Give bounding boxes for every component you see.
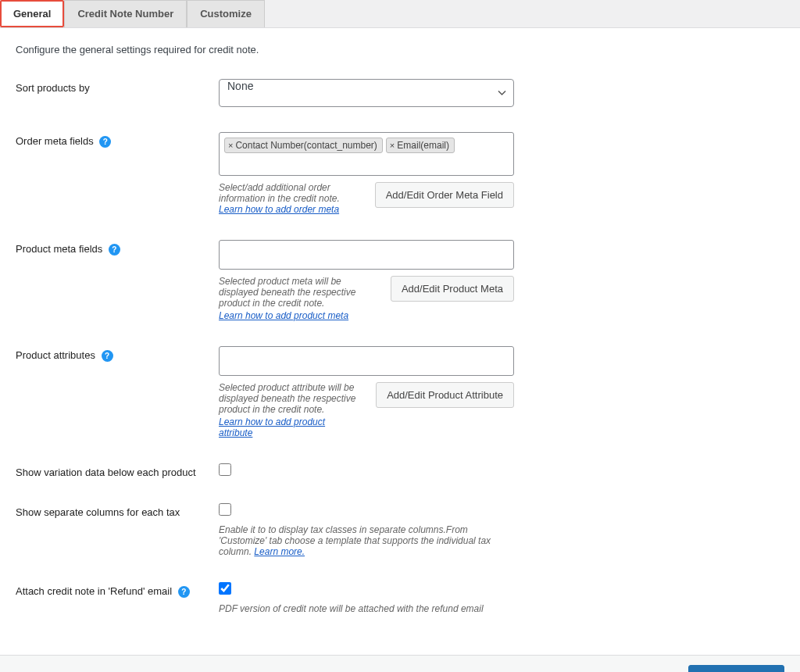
field-tax-columns: Show separate columns for each tax Enabl… <box>16 503 784 557</box>
footer-bar: Update Settings <box>0 655 800 672</box>
field-sort-products: Sort products by None <box>16 79 784 107</box>
label-sort-products: Sort products by <box>16 79 219 94</box>
label-product-meta: Product meta fields <box>16 243 102 255</box>
tab-general[interactable]: General <box>0 0 64 27</box>
checkbox-tax-columns[interactable] <box>219 503 231 516</box>
field-product-meta: Product meta fields ? Selected product m… <box>16 240 784 321</box>
remove-icon[interactable]: × <box>390 141 395 150</box>
field-attach-refund: Attach credit note in 'Refund' email ? P… <box>16 582 784 614</box>
help-icon[interactable]: ? <box>109 244 120 256</box>
tag-chip: × Contact Number(contact_number) <box>224 138 383 153</box>
help-icon[interactable]: ? <box>178 586 190 598</box>
remove-icon[interactable]: × <box>228 141 233 150</box>
btn-add-product-attr[interactable]: Add/Edit Product Attribute <box>376 382 514 408</box>
chip-label: Contact Number(contact_number) <box>235 140 377 151</box>
tabs-bar: General Credit Note Number Customize <box>0 0 800 28</box>
select-sort-products[interactable]: None <box>219 79 514 107</box>
general-panel: Configure the general settings required … <box>0 28 800 655</box>
help-icon[interactable]: ? <box>99 136 111 148</box>
checkbox-variation-data[interactable] <box>219 463 231 476</box>
hint-product-attr: Selected product attribute will be displ… <box>219 382 355 415</box>
tab-credit-note-number[interactable]: Credit Note Number <box>64 0 187 27</box>
hint-product-meta: Selected product meta will be displayed … <box>219 276 355 309</box>
tab-customize[interactable]: Customize <box>187 0 265 27</box>
btn-add-product-meta[interactable]: Add/Edit Product Meta <box>391 276 514 302</box>
product-attr-tagbox[interactable] <box>219 346 514 376</box>
field-variation-data: Show variation data below each product <box>16 463 784 478</box>
label-product-attr: Product attributes <box>16 349 95 361</box>
field-order-meta: Order meta fields ? × Contact Number(con… <box>16 132 784 215</box>
hint-order-meta: Select/add additional order information … <box>219 182 359 215</box>
help-icon[interactable]: ? <box>102 350 113 362</box>
field-product-attr: Product attributes ? Selected product at… <box>16 346 784 438</box>
label-order-meta: Order meta fields <box>16 135 94 147</box>
panel-intro: Configure the general settings required … <box>16 44 784 55</box>
product-meta-tagbox[interactable] <box>219 240 514 270</box>
label-tax-columns: Show separate columns for each tax <box>16 503 219 518</box>
link-order-meta-learn[interactable]: Learn how to add order meta <box>219 204 339 215</box>
checkbox-attach-refund[interactable] <box>219 582 231 595</box>
order-meta-tagbox[interactable]: × Contact Number(contact_number) × Email… <box>219 132 514 176</box>
label-attach-refund: Attach credit note in 'Refund' email <box>16 585 172 597</box>
link-tax-learn[interactable]: Learn more. <box>254 546 305 557</box>
link-product-meta-learn[interactable]: Learn how to add product meta <box>219 310 348 321</box>
btn-add-order-meta[interactable]: Add/Edit Order Meta Field <box>375 182 514 208</box>
link-product-attr-learn[interactable]: Learn how to add product attribute <box>219 416 325 438</box>
btn-update-settings[interactable]: Update Settings <box>688 665 784 672</box>
hint-attach-refund: PDF version of credit note will be attac… <box>219 603 516 614</box>
chip-label: Email(email) <box>397 140 449 151</box>
label-variation-data: Show variation data below each product <box>16 463 219 478</box>
tag-chip: × Email(email) <box>386 138 455 153</box>
